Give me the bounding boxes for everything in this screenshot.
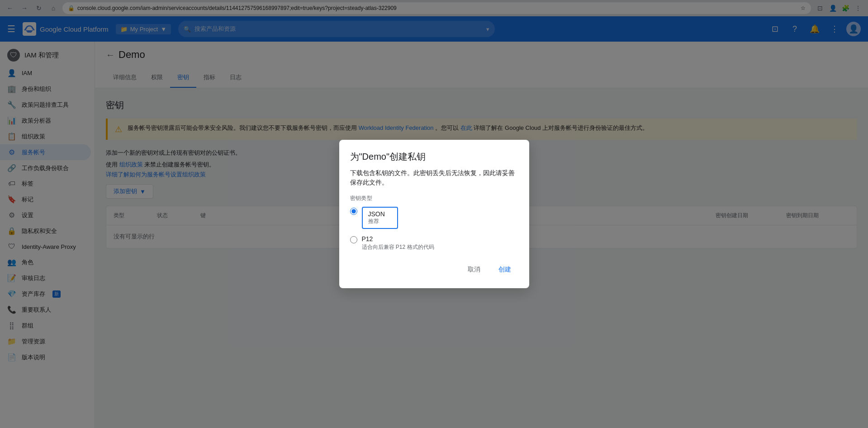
p12-sublabel: 适合向后兼容 P12 格式的代码 [362,243,434,251]
create-key-modal: 为"Demo"创建私钥 下载包含私钥的文件。此密钥丢失后无法恢复，因此请妥善保存… [339,140,529,288]
key-type-label: 密钥类型 [350,195,518,202]
json-sublabel: 推荐 [368,218,392,225]
json-option: JSON 推荐 [350,207,518,229]
json-option-box: JSON 推荐 [362,207,398,229]
p12-label: P12 [362,235,434,243]
modal-overlay[interactable]: 为"Demo"创建私钥 下载包含私钥的文件。此密钥丢失后无法恢复，因此请妥善保存… [0,0,868,428]
p12-radio-input[interactable] [350,236,357,243]
create-button[interactable]: 创建 [491,262,518,277]
modal-actions: 取消 创建 [350,262,518,277]
json-radio-input[interactable] [350,208,357,215]
p12-option: P12 适合向后兼容 P12 格式的代码 [350,235,518,251]
json-label: JSON [368,210,392,218]
modal-title: 为"Demo"创建私钥 [350,151,518,163]
modal-desc: 下载包含私钥的文件。此密钥丢失后无法恢复，因此请妥善保存此文件。 [350,168,518,187]
cancel-button[interactable]: 取消 [460,262,488,277]
p12-option-content: P12 适合向后兼容 P12 格式的代码 [362,235,434,251]
